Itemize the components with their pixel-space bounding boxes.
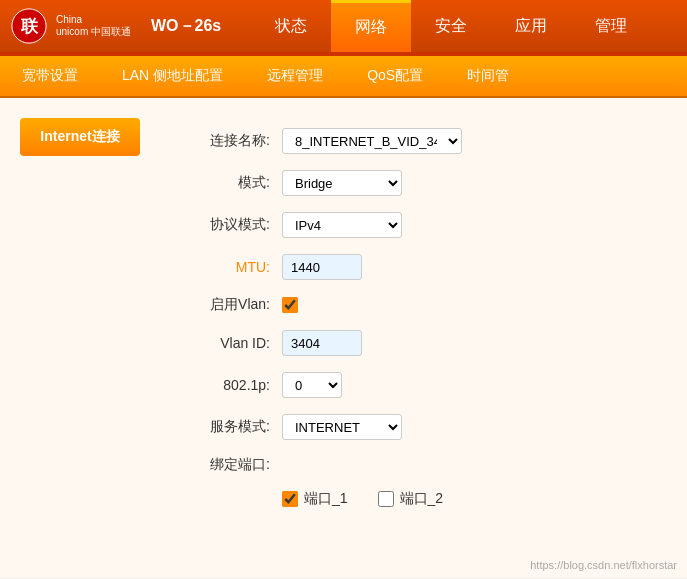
dot1p-select[interactable]: 0 <box>282 372 342 398</box>
dot1p-label: 802.1p: <box>180 377 270 393</box>
connection-name-select[interactable]: 8_INTERNET_B_VID_3404 <box>282 128 462 154</box>
port1-label: 端口_1 <box>304 490 348 508</box>
main-header: 联 China unicom 中国联通 WO－26s 状态 网络 安全 应用 管… <box>0 0 687 52</box>
port-checkboxes: 端口_1 端口_2 <box>282 490 443 508</box>
port2-checkbox-group: 端口_2 <box>378 490 444 508</box>
vlan-id-label: Vlan ID: <box>180 335 270 351</box>
svg-text:联: 联 <box>20 17 39 36</box>
brand-text: China unicom 中国联通 <box>56 14 131 39</box>
service-mode-row: 服务模式: INTERNET <box>180 414 647 440</box>
sub-nav-bar: 宽带设置 LAN 侧地址配置 远程管理 QoS配置 时间管 <box>0 56 687 98</box>
nav-tab-management[interactable]: 管理 <box>571 0 651 52</box>
enable-vlan-label: 启用Vlan: <box>180 296 270 314</box>
vlan-id-input[interactable] <box>282 330 362 356</box>
protocol-row: 协议模式: IPv4 <box>180 212 647 238</box>
model-label: WO－26s <box>151 16 221 37</box>
service-mode-select[interactable]: INTERNET <box>282 414 402 440</box>
mtu-input[interactable] <box>282 254 362 280</box>
protocol-select[interactable]: IPv4 <box>282 212 402 238</box>
mode-select[interactable]: Bridge <box>282 170 402 196</box>
port1-checkbox[interactable] <box>282 491 298 507</box>
protocol-label: 协议模式: <box>180 216 270 234</box>
watermark-text: https://blog.csdn.net/flxhorstar <box>530 559 677 571</box>
enable-vlan-checkbox[interactable] <box>282 297 298 313</box>
main-content: Internet连接 连接名称: 8_INTERNET_B_VID_3404 模… <box>0 98 687 578</box>
enable-vlan-row: 启用Vlan: <box>180 296 647 314</box>
nav-tab-status[interactable]: 状态 <box>251 0 331 52</box>
main-nav: 状态 网络 安全 应用 管理 <box>251 0 677 52</box>
mode-label: 模式: <box>180 174 270 192</box>
connection-name-row: 连接名称: 8_INTERNET_B_VID_3404 <box>180 128 647 154</box>
port2-label: 端口_2 <box>400 490 444 508</box>
sub-tab-qos[interactable]: QoS配置 <box>345 55 445 97</box>
sub-tab-broadband[interactable]: 宽带设置 <box>0 55 100 97</box>
sidebar-item-internet[interactable]: Internet连接 <box>20 118 140 156</box>
nav-tab-application[interactable]: 应用 <box>491 0 571 52</box>
sub-tab-time[interactable]: 时间管 <box>445 55 531 97</box>
sidebar: Internet连接 <box>20 118 140 558</box>
vlan-id-row: Vlan ID: <box>180 330 647 356</box>
mtu-row: MTU: <box>180 254 647 280</box>
unicom-logo-icon: 联 <box>10 7 48 45</box>
mode-row: 模式: Bridge <box>180 170 647 196</box>
connection-name-label: 连接名称: <box>180 132 270 150</box>
nav-tab-security[interactable]: 安全 <box>411 0 491 52</box>
mtu-label: MTU: <box>180 259 270 275</box>
sub-tab-lan[interactable]: LAN 侧地址配置 <box>100 55 245 97</box>
port2-checkbox[interactable] <box>378 491 394 507</box>
form-area: 连接名称: 8_INTERNET_B_VID_3404 模式: Bridge 协… <box>160 118 667 558</box>
dot1p-row: 802.1p: 0 <box>180 372 647 398</box>
bind-port-label-row: 绑定端口: <box>180 456 647 474</box>
service-mode-label: 服务模式: <box>180 418 270 436</box>
sub-tab-remote[interactable]: 远程管理 <box>245 55 345 97</box>
port-row: 端口_1 端口_2 <box>180 490 647 508</box>
bind-port-label: 绑定端口: <box>180 456 270 474</box>
port1-checkbox-group: 端口_1 <box>282 490 348 508</box>
nav-tab-network[interactable]: 网络 <box>331 0 411 52</box>
logo-area: 联 China unicom 中国联通 <box>10 7 131 45</box>
